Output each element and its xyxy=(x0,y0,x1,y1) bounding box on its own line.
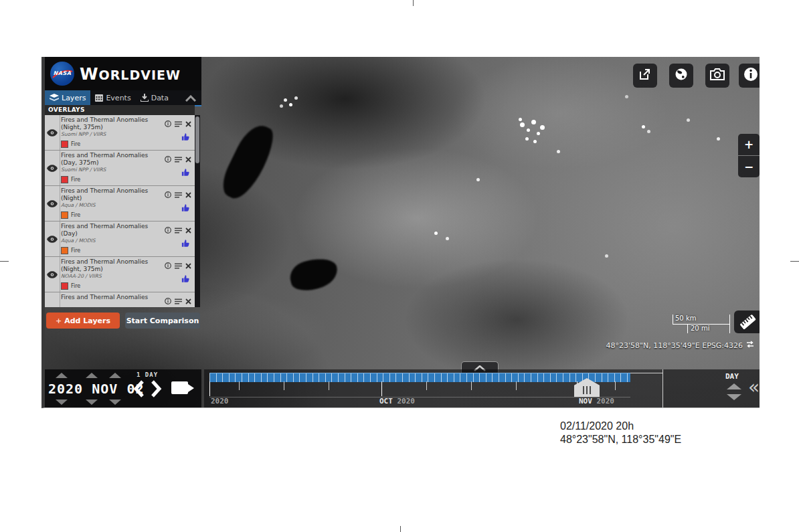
timeline-axis[interactable]: 2020 OCT 2020 NOV 2020 xyxy=(204,369,662,408)
add-layers-button[interactable]: + Add Layers xyxy=(46,313,120,329)
tab-layers[interactable]: Layers xyxy=(45,90,90,105)
current-date[interactable]: 2020 NOV 02 xyxy=(48,381,144,397)
layer-close-icon[interactable] xyxy=(185,188,191,201)
date-year[interactable]: 2020 xyxy=(48,381,83,397)
zoom-level-up-arrow[interactable] xyxy=(727,383,741,389)
layer-options-icon[interactable] xyxy=(175,117,182,130)
layer-source: NOAA-20 / VIIRS xyxy=(61,273,193,279)
month-up-arrow[interactable] xyxy=(86,373,100,378)
axis-label-year: 2020 xyxy=(211,397,229,406)
day-down-arrow[interactable] xyxy=(109,400,124,405)
legend-swatch xyxy=(61,282,68,290)
start-comparison-button[interactable]: Start Comparison xyxy=(125,313,200,329)
visibility-toggle[interactable] xyxy=(45,115,60,150)
day-up-arrow[interactable] xyxy=(109,373,124,378)
layer-options-icon[interactable] xyxy=(175,294,182,307)
coordinates-readout[interactable]: 48°23'58"N, 118°35'49"E EPSG:4326 xyxy=(606,341,754,350)
thumbs-up-icon[interactable] xyxy=(181,273,189,286)
layer-row[interactable]: Fires and Thermal Anomalies (Day, 375m) … xyxy=(45,151,195,186)
layer-options-icon[interactable] xyxy=(175,224,182,236)
layer-info-icon[interactable] xyxy=(165,117,171,130)
next-day-button[interactable] xyxy=(151,380,162,400)
layer-info-icon[interactable] xyxy=(165,188,171,201)
measure-button[interactable] xyxy=(734,311,760,333)
layer-info-icon[interactable] xyxy=(165,224,171,236)
layer-source: Suomi NPP / VIIRS xyxy=(61,167,193,173)
animation-button[interactable] xyxy=(171,381,188,394)
week-tick xyxy=(471,381,472,390)
month-tick xyxy=(209,381,210,396)
year-up-arrow[interactable] xyxy=(56,373,70,378)
data-coverage-band[interactable] xyxy=(209,373,630,382)
tab-data[interactable]: Data xyxy=(136,90,173,105)
visibility-toggle[interactable] xyxy=(45,151,60,185)
month-down-arrow[interactable] xyxy=(86,400,100,405)
layer-info-icon[interactable] xyxy=(165,259,171,272)
share-icon xyxy=(638,68,652,84)
visibility-toggle[interactable] xyxy=(45,292,60,307)
layer-close-icon[interactable] xyxy=(185,294,191,307)
layer-list-scrollbar[interactable] xyxy=(195,115,200,307)
layer-row[interactable]: Fires and Thermal Anomalies (Day) Aqua /… xyxy=(45,221,195,257)
axis-label-text: 2020 xyxy=(597,397,615,406)
scrollbar-thumb[interactable] xyxy=(195,116,199,163)
share-button[interactable] xyxy=(633,64,657,88)
visibility-toggle[interactable] xyxy=(45,221,60,256)
info-button[interactable] xyxy=(739,64,760,88)
layer-close-icon[interactable] xyxy=(185,153,191,165)
layer-source: Aqua / MODIS xyxy=(61,202,193,208)
layer-row[interactable]: Fires and Thermal Anomalies (Night) Aqua… xyxy=(45,186,195,221)
thumbs-up-icon[interactable] xyxy=(181,238,189,250)
interval-label[interactable]: 1 DAY xyxy=(137,371,158,378)
crop-mark-bottom xyxy=(400,526,401,532)
sidebar-collapse-button[interactable] xyxy=(180,90,201,105)
layer-options-icon[interactable] xyxy=(175,259,182,272)
eye-icon xyxy=(47,126,58,139)
scale-km-label: 50 km xyxy=(675,315,696,322)
coords-format-swap-icon[interactable] xyxy=(746,341,754,350)
crop-mark-right xyxy=(790,261,799,262)
nasa-logo: NASA xyxy=(50,62,74,86)
thumbs-up-icon[interactable] xyxy=(181,167,189,179)
layer-title: Fires and Thermal Anomalies (Night, 375m… xyxy=(61,116,163,130)
date-month[interactable]: NOV xyxy=(92,381,118,397)
zoom-in-button[interactable]: + xyxy=(738,134,760,155)
layer-list: Fires and Thermal Anomalies (Night, 375m… xyxy=(45,115,195,307)
thumbs-up-icon[interactable] xyxy=(181,131,189,144)
layer-options-icon[interactable] xyxy=(175,188,182,201)
layer-source: Suomi NPP / VIIRS xyxy=(61,131,193,137)
layer-info-icon[interactable] xyxy=(165,294,171,307)
legend-swatch xyxy=(61,211,68,219)
sidebar-buttons: + Add Layers Start Comparison xyxy=(45,313,201,329)
layer-close-icon[interactable] xyxy=(185,117,191,130)
timeline-right-controls: DAY « xyxy=(662,369,760,408)
zoom-out-button[interactable]: − xyxy=(738,156,760,177)
legend-swatch xyxy=(61,141,68,148)
projection-button[interactable] xyxy=(669,64,693,88)
layer-row[interactable]: Fires and Thermal Anomalies (Night, 375m… xyxy=(45,115,195,151)
tab-events[interactable]: Events xyxy=(90,90,135,105)
layer-title: Fires and Thermal Anomalies (Day) xyxy=(61,223,163,237)
zoom-level-down-arrow[interactable] xyxy=(727,394,741,400)
timeline-zoom-level[interactable]: DAY xyxy=(725,372,739,381)
layer-row[interactable]: Fires and Thermal Anomalies (Night, 375m… xyxy=(45,257,195,292)
axis-label-month: OCT xyxy=(379,397,393,406)
year-down-arrow[interactable] xyxy=(56,400,70,405)
timeline-collapse-button[interactable]: « xyxy=(748,375,760,400)
layer-close-icon[interactable] xyxy=(185,224,191,236)
legend-label: Fire xyxy=(71,248,80,254)
ruler-icon xyxy=(738,312,759,332)
thumbs-up-icon[interactable] xyxy=(181,202,189,215)
layer-options-icon[interactable] xyxy=(175,153,182,165)
sidebar-header[interactable]: NASA Worldview xyxy=(45,57,201,90)
visibility-toggle[interactable] xyxy=(45,186,60,221)
layer-close-icon[interactable] xyxy=(185,259,191,272)
snapshot-button[interactable] xyxy=(705,64,729,88)
visibility-toggle[interactable] xyxy=(45,257,60,292)
axis-baseline xyxy=(209,397,630,397)
month-tick xyxy=(381,381,382,396)
previous-day-button[interactable] xyxy=(133,380,145,400)
legend-label: Fire xyxy=(71,283,80,289)
layer-row[interactable]: Fires and Thermal Anomalies xyxy=(45,292,195,307)
layer-info-icon[interactable] xyxy=(165,153,171,165)
